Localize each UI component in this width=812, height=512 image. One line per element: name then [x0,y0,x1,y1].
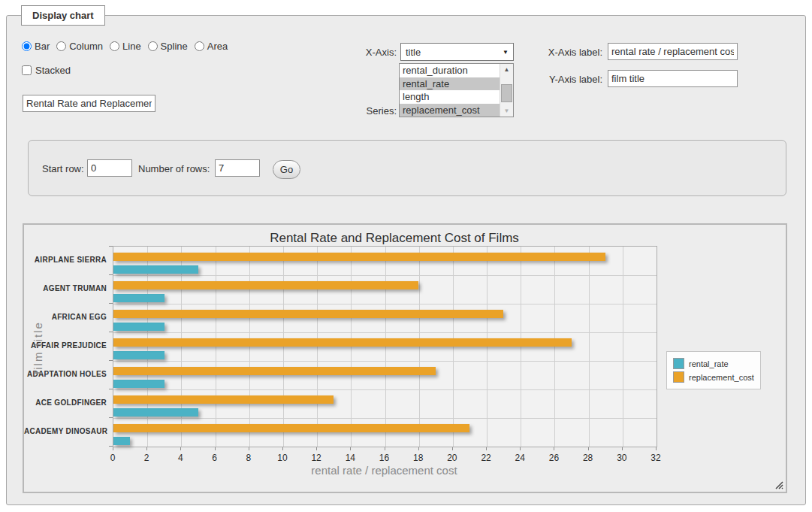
resize-handle-icon[interactable] [774,480,783,489]
radio-spline[interactable]: Spline [148,41,188,52]
start-row-label: Start row: [42,163,84,174]
radio-line[interactable]: Line [110,41,141,52]
bar-replacement_cost [113,310,503,318]
x-tick [282,447,283,450]
series-option-replacement-cost[interactable]: replacement_cost [400,104,500,117]
bar-replacement_cost [113,395,334,404]
radio-spline-label: Spline [161,41,188,52]
x-tick [520,447,521,450]
gridline [351,247,352,447]
x-tick [452,447,453,450]
radio-bar[interactable]: Bar [22,41,50,52]
radio-bar-label: Bar [35,41,50,52]
stacked-checkbox[interactable] [22,65,32,75]
category-label: ACADEMY DINOSAUR [24,427,107,435]
x-tick [622,447,623,450]
x-tick-label: 22 [471,453,501,463]
chart-title-input[interactable] [23,95,155,112]
x-axis-select[interactable]: title ▼ [400,43,514,61]
series-option-length[interactable]: length [400,90,500,104]
x-tick-label: 28 [573,453,603,463]
x-tick [215,447,216,450]
bar-replacement_cost [113,367,436,375]
radio-spline-input[interactable] [148,41,158,51]
gridline [181,247,182,447]
bar-replacement_cost [113,424,469,432]
x-axis-select-label: X-Axis: [352,47,397,58]
series-listbox[interactable]: rental_duration rental_rate length repla… [399,63,514,117]
radio-area[interactable]: Area [195,41,228,52]
num-rows-input[interactable] [215,159,260,177]
series-list-label: Series: [352,105,397,117]
x-tick-label: 30 [607,453,637,463]
x-tick-label: 2 [131,453,161,463]
gridline [419,247,420,447]
gridline [554,247,555,447]
x-tick [249,447,249,450]
x-axis-title: rental rate / replacement cost [113,464,656,477]
stacked-checkbox-row[interactable]: Stacked [22,65,71,76]
bar-rental_rate [113,265,198,274]
radio-column-input[interactable] [56,41,66,51]
fieldset-legend: Display chart [21,5,105,26]
x-tick-label: 0 [98,453,128,463]
x-tick-label: 32 [641,453,671,463]
radio-line-input[interactable] [110,41,119,51]
gridline [487,247,488,447]
start-row-input[interactable] [87,159,132,177]
gridline [113,275,657,276]
page: Display chart Bar Column Line Spline Are… [0,0,812,512]
scroll-up-icon[interactable]: ▲ [500,64,513,75]
row-controls-panel: Start row: Number of rows: Go [28,140,786,196]
radio-column[interactable]: Column [56,41,103,52]
gridline [113,304,657,304]
bar-rental_rate [113,437,130,445]
x-tick-label: 6 [200,453,230,463]
bar-rental_rate [113,351,165,359]
chart-container: Rental Rate and Replacement Cost of Film… [23,223,787,493]
scrollbar-thumb[interactable] [501,84,512,102]
chevron-down-icon: ▼ [503,49,509,56]
num-rows-label: Number of rows: [138,163,210,174]
go-button[interactable]: Go [273,160,300,179]
bar-rental_rate [113,380,165,388]
x-tick-label: 12 [301,453,331,463]
gridline [113,389,657,390]
y-axis-title: film title [32,288,44,408]
x-tick [316,447,317,450]
x-tick [113,447,113,450]
stacked-label: Stacked [35,65,71,76]
radio-area-input[interactable] [195,41,204,51]
category-label: AIRPLANE SIERRA [24,256,107,264]
bar-rental_rate [113,323,165,331]
bar-rental_rate [113,408,198,417]
gridline [113,418,657,419]
chart-legend: rental_rate replacement_cost [666,351,761,389]
x-tick [656,447,657,450]
y-axis-label-caption: Y-Axis label: [543,74,602,85]
series-scrollbar[interactable]: ▲ ▼ [500,64,513,117]
gridline [521,247,521,447]
gridline [249,247,250,447]
bar-replacement_cost [113,338,572,347]
scroll-down-icon[interactable]: ▼ [500,105,513,117]
gridline [385,247,386,447]
x-axis-label-input[interactable] [608,43,738,60]
x-tick-label: 14 [335,453,365,463]
gridline [453,247,454,447]
x-tick-label: 10 [267,453,297,463]
chart-type-radio-group: Bar Column Line Spline Area [22,41,234,52]
x-tick [486,447,487,450]
gridline [317,247,318,447]
series-option-rental-rate[interactable]: rental_rate [400,77,500,91]
x-tick [385,447,385,450]
y-axis-label-input[interactable] [608,70,738,87]
bar-replacement_cost [113,253,605,261]
radio-bar-input[interactable] [22,41,32,51]
x-tick [350,447,351,450]
x-tick-label: 4 [165,453,195,463]
series-option-rental-duration[interactable]: rental_duration [400,64,500,77]
rental-rate-swatch-icon [673,358,684,369]
gridline [283,247,284,447]
gridline [147,247,148,447]
